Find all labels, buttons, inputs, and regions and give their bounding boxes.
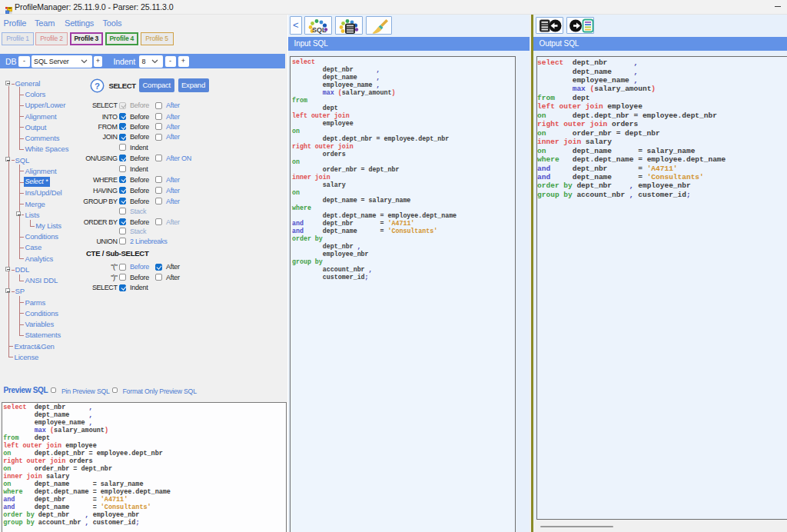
svg-text:SQL: SQL [312,26,327,34]
svg-text:?: ? [95,81,100,90]
